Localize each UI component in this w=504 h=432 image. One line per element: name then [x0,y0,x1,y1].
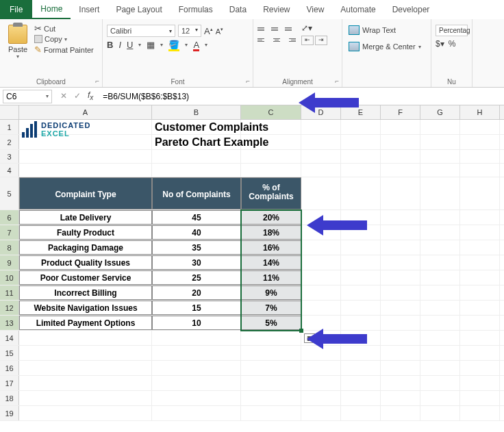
cell-G1[interactable] [420,120,460,134]
cell-F18[interactable] [381,391,420,405]
cell-F19[interactable] [381,406,420,420]
cell-H4[interactable] [460,164,500,177]
cell-C13[interactable]: 5% [241,316,301,330]
cell-E18[interactable] [341,391,381,405]
cell-H8[interactable] [460,240,500,255]
cell-D2[interactable] [301,135,341,149]
cell-C19[interactable] [241,406,301,420]
cell-F17[interactable] [381,376,420,390]
cell-E12[interactable] [341,301,381,315]
row-header-15[interactable]: 15 [0,346,19,360]
cell-H1[interactable] [460,120,500,134]
row-header-11[interactable]: 11 [0,285,19,300]
cell-H18[interactable] [460,391,500,405]
cell-G17[interactable] [420,376,460,390]
fill-handle[interactable] [299,329,303,333]
cell-F15[interactable] [381,346,420,360]
cell-G14[interactable] [420,331,460,345]
cell-H17[interactable] [460,376,500,390]
cell-F14[interactable] [381,331,420,345]
cell-H12[interactable] [460,301,500,315]
cell-B4[interactable] [152,164,241,177]
insert-function-button[interactable]: fx [88,90,93,101]
tab-review[interactable]: Review [255,1,298,18]
table-header-pct[interactable]: % of Complaints [241,177,301,209]
cell-C14[interactable] [241,331,301,345]
cell-A8[interactable]: Packaging Damage [19,240,152,255]
cell-H15[interactable] [460,346,500,360]
cell-A18[interactable] [19,391,152,405]
cell-F2[interactable] [381,135,420,149]
cut-button[interactable]: ✂Cut [34,23,94,34]
cell-A16[interactable] [19,361,152,375]
cell-F5[interactable] [381,177,420,209]
cell-E4[interactable] [341,164,381,177]
cell-G2[interactable] [420,135,460,149]
cell-H19[interactable] [460,406,500,420]
cell-G11[interactable] [420,285,460,300]
cell-A4[interactable] [19,164,152,177]
cell-G16[interactable] [420,361,460,375]
cell-A17[interactable] [19,376,152,390]
cell-G12[interactable] [420,301,460,315]
cell-A15[interactable] [19,346,152,360]
cell-F6[interactable] [381,210,420,225]
bold-button[interactable]: B [107,40,113,50]
cell-G13[interactable] [420,316,460,330]
wrap-text-button[interactable]: Wrap Text [346,23,427,37]
cell-D1[interactable] [301,120,341,134]
cell-D11[interactable] [301,285,341,300]
select-all-corner[interactable] [0,105,19,119]
cell-H3[interactable] [460,150,500,163]
row-header-1[interactable]: 1 [0,120,19,134]
cell-D16[interactable] [301,361,341,375]
cell-B13[interactable]: 10 [152,316,241,330]
align-middle-button[interactable] [271,25,282,33]
align-center-button[interactable] [271,36,282,44]
orientation-button[interactable]: ⤢▾ [301,23,327,33]
cell-B2[interactable]: Pareto Chart Example [152,135,241,149]
tab-file[interactable]: File [0,0,32,19]
cell-G15[interactable] [420,346,460,360]
cell-C18[interactable] [241,391,301,405]
cell-C16[interactable] [241,361,301,375]
cell-D9[interactable] [301,255,341,270]
align-right-button[interactable] [285,36,296,44]
row-header-17[interactable]: 17 [0,376,19,390]
cell-G8[interactable] [420,240,460,255]
tab-developer[interactable]: Developer [384,1,438,18]
cell-A13[interactable]: Limited Payment Options [19,316,152,330]
cell-C2[interactable] [241,135,301,149]
cell-F16[interactable] [381,361,420,375]
merge-center-button[interactable]: Merge & Center▾ [346,40,427,53]
cell-E3[interactable] [341,150,381,163]
cell-D5[interactable] [301,177,341,209]
align-top-button[interactable] [257,25,268,33]
cell-B18[interactable] [152,391,241,405]
cell-E11[interactable] [341,285,381,300]
cell-H16[interactable] [460,361,500,375]
cell-A11[interactable]: Incorrect Billing [19,285,152,300]
cell-H11[interactable] [460,285,500,300]
tab-view[interactable]: View [299,1,333,18]
cell-C11[interactable]: 9% [241,285,301,300]
cell-E10[interactable] [341,270,381,285]
row-header-8[interactable]: 8 [0,240,19,255]
cell-D17[interactable] [301,376,341,390]
row-header-7[interactable]: 7 [0,225,19,240]
cell-C7[interactable]: 18% [241,225,301,240]
cell-C17[interactable] [241,376,301,390]
cell-C9[interactable]: 14% [241,255,301,270]
cell-F11[interactable] [381,285,420,300]
col-header-B[interactable]: B [152,105,241,119]
cell-D3[interactable] [301,150,341,163]
cell-A12[interactable]: Website Navigation Issues [19,301,152,315]
table-header-count[interactable]: No of Complaints [152,177,241,209]
cell-A3[interactable] [19,150,152,163]
row-header-14[interactable]: 14 [0,331,19,345]
cell-D18[interactable] [301,391,341,405]
row-header-4[interactable]: 4 [0,164,19,177]
cell-C10[interactable]: 11% [241,270,301,285]
cell-F12[interactable] [381,301,420,315]
cell-G4[interactable] [420,164,460,177]
